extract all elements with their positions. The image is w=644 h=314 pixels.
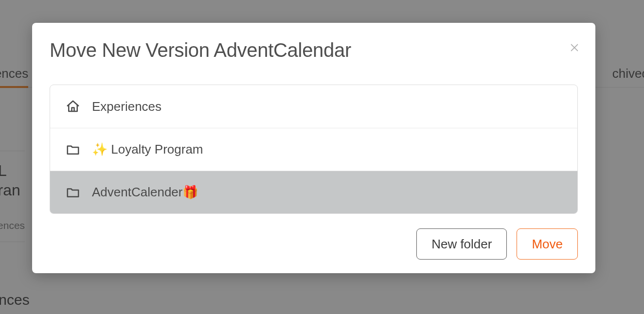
folder-list: Experiences ✨ Loyalty Program AdventCale… [50,85,578,214]
home-icon [66,99,80,114]
close-icon [569,42,580,53]
dialog-footer: New folder Move [50,228,578,260]
folder-row-experiences[interactable]: Experiences [50,85,577,128]
folder-label: AdventCalender🎁 [92,185,198,200]
folder-row-adventcalender[interactable]: AdventCalender🎁 [50,171,577,213]
new-folder-button[interactable]: New folder [416,228,507,260]
folder-label: ✨ Loyalty Program [92,142,203,157]
folder-row-loyalty-program[interactable]: ✨ Loyalty Program [50,128,577,171]
folder-icon [66,142,80,157]
close-button[interactable] [569,42,580,53]
move-button[interactable]: Move [517,228,578,260]
dialog-header: Move New Version AdventCalendar [50,39,578,61]
move-dialog: Move New Version AdventCalendar Experien… [32,23,595,273]
dialog-title: Move New Version AdventCalendar [50,39,351,61]
button-label: Move [532,237,563,252]
folder-label: Experiences [92,99,161,114]
folder-icon [66,185,80,200]
button-label: New folder [431,237,492,252]
